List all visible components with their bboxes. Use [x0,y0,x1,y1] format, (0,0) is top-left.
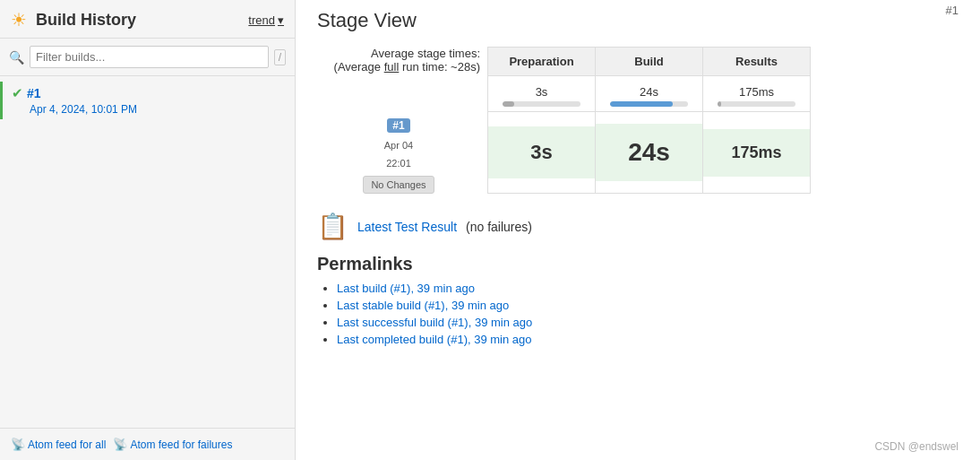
stage-header-build: Build [596,48,703,76]
permalink-last-stable[interactable]: Last stable build (#1), 39 min ago [337,299,509,312]
main-content: #1 Stage View Average stage times: (Aver… [296,0,980,460]
avg-stage-times-label: Average stage times: [317,47,480,60]
stage-header-results: Results [703,48,811,76]
full-text: full [384,60,400,74]
test-result-link[interactable]: Latest Test Result [357,220,457,234]
build-values-row: 3s 24s 175ms [488,112,811,194]
clipboard-icon: 📋 [317,212,348,241]
filter-bar: 🔍 / [0,39,295,76]
results-progress-bar [718,101,721,107]
sun-icon: ☀ [11,9,27,30]
sidebar: ☀ Build History trend ▾ 🔍 / ✔ #1 Apr 4, … [0,0,296,460]
filter-input[interactable] [30,46,269,68]
list-item: Last build (#1), 39 min ago [337,282,959,295]
build-prep-cell: 3s [488,112,596,194]
build-link[interactable]: #1 [27,86,41,100]
build-time: 22:01 [386,158,411,169]
avg-times-row: 3s 24s [488,76,811,112]
build-build-cell: 24s [596,112,703,194]
sidebar-title: Build History [36,11,239,30]
build-entry: #1 Apr 04 22:01 No Changes [317,118,480,194]
stage-header-preparation: Preparation [488,48,596,76]
atom-feeds: 📡 Atom feed for all 📡 Atom feed for fail… [0,428,295,460]
avg-results-cell: 175ms [703,76,811,112]
prep-progress-bar [503,101,514,107]
list-item: Last successful build (#1), 39 min ago [337,316,959,329]
build-item-header: ✔ #1 [12,85,284,101]
filter-shortcut: / [274,49,286,65]
permalink-list: Last build (#1), 39 min ago Last stable … [317,282,959,346]
success-icon: ✔ [12,85,23,101]
stage-left: Average stage times: (Average full run t… [317,47,487,194]
atom-feed-failures-link[interactable]: 📡 Atom feed for failures [113,438,232,451]
search-icon: 🔍 [9,50,24,65]
build-date: Apr 04 [384,140,413,151]
permalink-last-completed[interactable]: Last completed build (#1), 39 min ago [337,333,532,346]
no-changes-button: No Changes [363,176,434,194]
page-title: Stage View [317,9,959,32]
stage-view-area: Average stage times: (Average full run t… [317,47,959,194]
test-result-suffix: (no failures) [466,220,532,234]
build-results-cell: 175ms [703,112,811,194]
rss-failures-icon: 📡 [113,438,127,451]
sidebar-header: ☀ Build History trend ▾ [0,0,295,39]
list-item: Last stable build (#1), 39 min ago [337,299,959,312]
stage-table: Preparation Build Results 3s [487,47,811,194]
build-badge[interactable]: #1 [387,118,409,133]
list-item: Last completed build (#1), 39 min ago [337,333,959,346]
watermark: CSDN @endswel [874,440,959,453]
permalinks-title: Permalinks [317,254,959,274]
chevron-down-icon: ▾ [278,13,284,27]
avg-build-cell: 24s [596,76,703,112]
trend-button[interactable]: trend ▾ [248,13,284,27]
build-date[interactable]: Apr 4, 2024, 10:01 PM [12,103,284,116]
list-item: ✔ #1 Apr 4, 2024, 10:01 PM [0,82,295,119]
build-progress-bar [610,101,673,107]
build-number-top: #1 [946,4,959,17]
atom-feed-all-link[interactable]: 📡 Atom feed for all [11,438,106,451]
permalink-last-successful[interactable]: Last successful build (#1), 39 min ago [337,316,532,329]
test-result-row: 📋 Latest Test Result (no failures) [317,212,959,241]
permalinks-section: Permalinks Last build (#1), 39 min ago L… [317,254,959,346]
rss-icon: 📡 [11,438,25,451]
permalink-last-build[interactable]: Last build (#1), 39 min ago [337,282,475,295]
avg-full-run-label: (Average full run time: ~28s) [317,60,480,74]
avg-prep-cell: 3s [488,76,596,112]
build-list: ✔ #1 Apr 4, 2024, 10:01 PM [0,76,295,428]
